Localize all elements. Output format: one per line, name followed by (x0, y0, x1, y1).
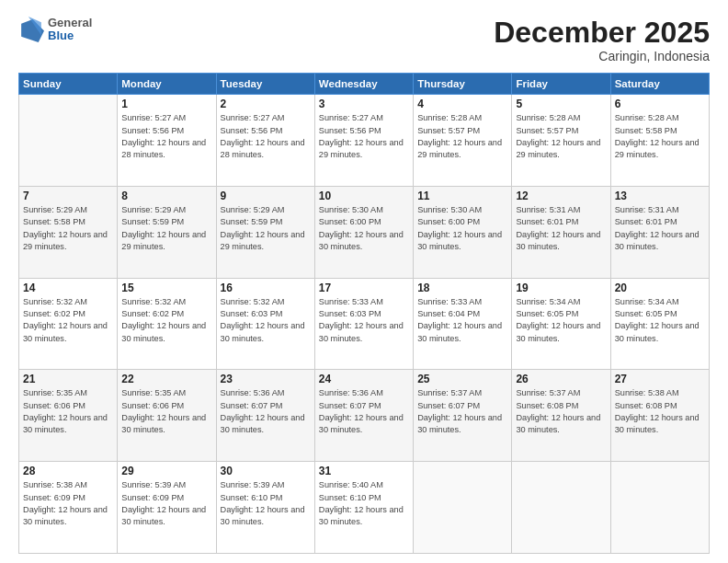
day-number: 15 (121, 282, 211, 294)
calendar-cell: 10Sunrise: 5:30 AMSunset: 6:00 PMDayligh… (314, 186, 413, 278)
calendar-header-row: SundayMondayTuesdayWednesdayThursdayFrid… (19, 74, 710, 95)
page: General Blue December 2025 Caringin, Ind… (0, 0, 728, 563)
calendar-week-row: 14Sunrise: 5:32 AMSunset: 6:02 PMDayligh… (19, 278, 710, 370)
day-info: Sunrise: 5:39 AMSunset: 6:09 PMDaylight:… (121, 479, 211, 528)
calendar-cell: 28Sunrise: 5:38 AMSunset: 6:09 PMDayligh… (19, 462, 118, 554)
location: Caringin, Indonesia (494, 49, 710, 63)
day-info: Sunrise: 5:28 AMSunset: 5:57 PMDaylight:… (417, 112, 507, 161)
day-number: 13 (615, 190, 705, 202)
day-info: Sunrise: 5:36 AMSunset: 6:07 PMDaylight:… (221, 387, 311, 436)
calendar-cell: 22Sunrise: 5:35 AMSunset: 6:06 PMDayligh… (118, 370, 216, 462)
day-number: 22 (121, 373, 211, 385)
logo-blue-text: Blue (48, 29, 92, 42)
calendar-cell: 25Sunrise: 5:37 AMSunset: 6:07 PMDayligh… (414, 370, 512, 462)
day-info: Sunrise: 5:27 AMSunset: 5:56 PMDaylight:… (121, 112, 211, 161)
calendar-cell: 6Sunrise: 5:28 AMSunset: 5:58 PMDaylight… (610, 95, 709, 187)
day-number: 7 (23, 190, 113, 202)
calendar-header-thursday: Thursday (414, 74, 512, 95)
day-info: Sunrise: 5:28 AMSunset: 5:57 PMDaylight:… (516, 112, 606, 161)
calendar-cell: 8Sunrise: 5:29 AMSunset: 5:59 PMDaylight… (118, 186, 216, 278)
calendar-cell: 24Sunrise: 5:36 AMSunset: 6:07 PMDayligh… (314, 370, 413, 462)
calendar-cell: 3Sunrise: 5:27 AMSunset: 5:56 PMDaylight… (314, 95, 413, 187)
calendar-cell: 17Sunrise: 5:33 AMSunset: 6:03 PMDayligh… (314, 278, 413, 370)
day-number: 6 (615, 98, 705, 110)
calendar-table: SundayMondayTuesdayWednesdayThursdayFrid… (18, 73, 710, 554)
day-info: Sunrise: 5:39 AMSunset: 6:10 PMDaylight:… (221, 479, 311, 528)
day-number: 12 (516, 190, 606, 202)
calendar-cell: 9Sunrise: 5:29 AMSunset: 5:59 PMDaylight… (216, 186, 314, 278)
calendar-cell: 7Sunrise: 5:29 AMSunset: 5:58 PMDaylight… (19, 186, 118, 278)
day-number: 5 (516, 98, 606, 110)
logo-text: General Blue (48, 17, 92, 43)
day-number: 26 (516, 373, 606, 385)
day-info: Sunrise: 5:32 AMSunset: 6:03 PMDaylight:… (221, 296, 311, 345)
calendar-cell: 15Sunrise: 5:32 AMSunset: 6:02 PMDayligh… (118, 278, 216, 370)
day-info: Sunrise: 5:31 AMSunset: 6:01 PMDaylight:… (615, 204, 705, 253)
day-info: Sunrise: 5:28 AMSunset: 5:58 PMDaylight:… (615, 112, 705, 161)
calendar-cell: 2Sunrise: 5:27 AMSunset: 5:56 PMDaylight… (216, 95, 314, 187)
day-number: 14 (23, 282, 113, 294)
calendar-cell: 14Sunrise: 5:32 AMSunset: 6:02 PMDayligh… (19, 278, 118, 370)
calendar-week-row: 7Sunrise: 5:29 AMSunset: 5:58 PMDaylight… (19, 186, 710, 278)
day-number: 11 (417, 190, 507, 202)
day-info: Sunrise: 5:31 AMSunset: 6:01 PMDaylight:… (516, 204, 606, 253)
day-number: 31 (319, 465, 409, 477)
calendar-cell: 13Sunrise: 5:31 AMSunset: 6:01 PMDayligh… (610, 186, 709, 278)
calendar-header-tuesday: Tuesday (216, 74, 314, 95)
calendar-cell (19, 95, 118, 187)
day-info: Sunrise: 5:30 AMSunset: 6:00 PMDaylight:… (319, 204, 409, 253)
day-info: Sunrise: 5:37 AMSunset: 6:08 PMDaylight:… (516, 387, 606, 436)
calendar-header-wednesday: Wednesday (314, 74, 413, 95)
day-number: 25 (417, 373, 507, 385)
day-info: Sunrise: 5:34 AMSunset: 6:05 PMDaylight:… (516, 296, 606, 345)
calendar-cell: 5Sunrise: 5:28 AMSunset: 5:57 PMDaylight… (512, 95, 610, 187)
calendar-cell (512, 462, 610, 554)
day-info: Sunrise: 5:29 AMSunset: 5:59 PMDaylight:… (121, 204, 211, 253)
header: General Blue December 2025 Caringin, Ind… (18, 17, 710, 63)
day-info: Sunrise: 5:27 AMSunset: 5:56 PMDaylight:… (221, 112, 311, 161)
day-number: 2 (221, 98, 311, 110)
day-number: 21 (23, 373, 113, 385)
calendar-cell: 20Sunrise: 5:34 AMSunset: 6:05 PMDayligh… (610, 278, 709, 370)
calendar-cell: 30Sunrise: 5:39 AMSunset: 6:10 PMDayligh… (216, 462, 314, 554)
day-info: Sunrise: 5:29 AMSunset: 5:58 PMDaylight:… (23, 204, 113, 253)
day-number: 10 (319, 190, 409, 202)
day-info: Sunrise: 5:35 AMSunset: 6:06 PMDaylight:… (23, 387, 113, 436)
calendar-cell: 29Sunrise: 5:39 AMSunset: 6:09 PMDayligh… (118, 462, 216, 554)
calendar-week-row: 1Sunrise: 5:27 AMSunset: 5:56 PMDaylight… (19, 95, 710, 187)
day-number: 24 (319, 373, 409, 385)
calendar-week-row: 28Sunrise: 5:38 AMSunset: 6:09 PMDayligh… (19, 462, 710, 554)
day-info: Sunrise: 5:30 AMSunset: 6:00 PMDaylight:… (417, 204, 507, 253)
day-number: 16 (221, 282, 311, 294)
day-info: Sunrise: 5:38 AMSunset: 6:09 PMDaylight:… (23, 479, 113, 528)
day-number: 19 (516, 282, 606, 294)
day-info: Sunrise: 5:33 AMSunset: 6:03 PMDaylight:… (319, 296, 409, 345)
calendar-cell: 12Sunrise: 5:31 AMSunset: 6:01 PMDayligh… (512, 186, 610, 278)
day-info: Sunrise: 5:37 AMSunset: 6:07 PMDaylight:… (417, 387, 507, 436)
calendar-cell: 11Sunrise: 5:30 AMSunset: 6:00 PMDayligh… (414, 186, 512, 278)
day-number: 23 (221, 373, 311, 385)
day-info: Sunrise: 5:40 AMSunset: 6:10 PMDaylight:… (319, 479, 409, 528)
day-number: 29 (121, 465, 211, 477)
logo-icon (18, 17, 44, 42)
day-info: Sunrise: 5:32 AMSunset: 6:02 PMDaylight:… (23, 296, 113, 345)
day-number: 8 (121, 190, 211, 202)
calendar-cell: 31Sunrise: 5:40 AMSunset: 6:10 PMDayligh… (314, 462, 413, 554)
day-info: Sunrise: 5:38 AMSunset: 6:08 PMDaylight:… (615, 387, 705, 436)
calendar-cell: 19Sunrise: 5:34 AMSunset: 6:05 PMDayligh… (512, 278, 610, 370)
calendar-header-friday: Friday (512, 74, 610, 95)
day-number: 4 (417, 98, 507, 110)
day-number: 27 (615, 373, 705, 385)
calendar-cell: 4Sunrise: 5:28 AMSunset: 5:57 PMDaylight… (414, 95, 512, 187)
day-info: Sunrise: 5:36 AMSunset: 6:07 PMDaylight:… (319, 387, 409, 436)
calendar-cell: 26Sunrise: 5:37 AMSunset: 6:08 PMDayligh… (512, 370, 610, 462)
day-info: Sunrise: 5:29 AMSunset: 5:59 PMDaylight:… (221, 204, 311, 253)
calendar-header-monday: Monday (118, 74, 216, 95)
calendar-header-saturday: Saturday (610, 74, 709, 95)
calendar-cell: 21Sunrise: 5:35 AMSunset: 6:06 PMDayligh… (19, 370, 118, 462)
calendar-cell: 27Sunrise: 5:38 AMSunset: 6:08 PMDayligh… (610, 370, 709, 462)
day-info: Sunrise: 5:33 AMSunset: 6:04 PMDaylight:… (417, 296, 507, 345)
title-block: December 2025 Caringin, Indonesia (494, 17, 710, 63)
calendar-cell: 23Sunrise: 5:36 AMSunset: 6:07 PMDayligh… (216, 370, 314, 462)
logo-general-text: General (48, 17, 92, 29)
